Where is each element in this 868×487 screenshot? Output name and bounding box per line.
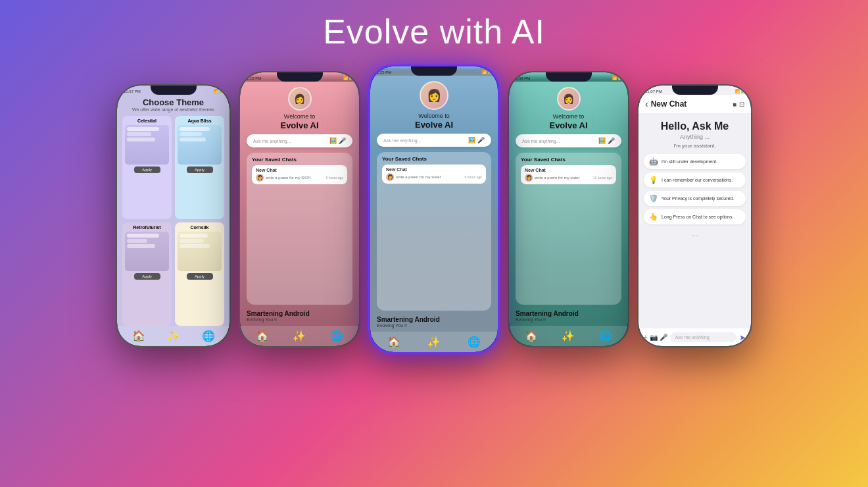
- saved-chats-title-4: Your Saved Chats: [521, 157, 616, 163]
- bubble-emoji-4: 👆: [649, 213, 658, 221]
- sparkle-icon-3[interactable]: ✨: [427, 336, 441, 348]
- phone-3-bottom-nav: 🏠 ✨ 🌐: [370, 332, 498, 352]
- globe-icon-3[interactable]: 🌐: [468, 336, 481, 348]
- chat-avatar-3: 👩: [386, 173, 394, 181]
- chat-item-title-2: New Chat: [256, 168, 343, 172]
- mic-input-icon[interactable]: 🎤: [660, 334, 667, 341]
- smartening-3: Smartening Android Evolving You !!: [370, 316, 498, 332]
- theme-grid: Celestial Apply Aqua Bliss App: [117, 116, 229, 326]
- phone-1-bottom-nav: 🏠 ✨ 🌐: [117, 326, 229, 346]
- saved-chats-2: Your Saved Chats New Chat 👩 write a poem…: [247, 153, 352, 305]
- back-button[interactable]: ‹: [645, 99, 648, 109]
- phone-3-notch: [411, 66, 457, 76]
- search-icons-4: 🖼️ 🎤: [598, 138, 615, 144]
- app-name-2: Evolve AI: [240, 120, 359, 130]
- chat-input-field[interactable]: Ask me anything: [670, 332, 736, 342]
- home-icon-4[interactable]: 🏠: [525, 330, 538, 342]
- mic-icon-2: 🎤: [339, 138, 346, 144]
- chat-item-3[interactable]: New Chat 👩 write a poem for my sister 9 …: [382, 165, 486, 184]
- bubble-emoji-1: 🤖: [649, 157, 658, 166]
- avatar-3: 👩: [420, 81, 448, 110]
- chat-item-4[interactable]: New Chat 👩 write a poem for my sister 11…: [521, 165, 616, 184]
- send-button[interactable]: ➤: [739, 333, 746, 342]
- phone-5-screen: 11:07 PM 📶🔋 ‹ New Chat ■ ⊡ Hello, Ask Me…: [639, 86, 751, 346]
- chat-item-title-4: New Chat: [525, 168, 612, 172]
- chat-item-row-3: 👩 write a poem for my sister 9 hours ago: [386, 173, 482, 181]
- phones-container: 11:07 PM 📶🔋 Choose Theme We offer wide r…: [0, 64, 868, 354]
- search-bar-2[interactable]: Ask me anything... 🖼️ 🎤: [247, 134, 352, 147]
- phone-4: 3:59 PM 📶🔋 👩 Welcome to Evolve AI Ask me…: [508, 71, 629, 347]
- bubble-text-3: Your Privacy is completely secured.: [662, 196, 734, 201]
- search-placeholder-2: Ask me anything...: [253, 139, 291, 143]
- grid-icon[interactable]: ⊡: [739, 101, 744, 108]
- search-placeholder-3: Ask me anything...: [383, 138, 422, 143]
- aqua-preview: [178, 125, 222, 165]
- theme-aqua[interactable]: Aqua Bliss Apply: [175, 116, 224, 219]
- chat-text-3: write a poem for my sister: [396, 175, 463, 179]
- saved-chats-title-2: Your Saved Chats: [252, 157, 347, 163]
- aqua-label: Aqua Bliss: [178, 118, 222, 123]
- chat-input-icons-left: + 📷 🎤: [644, 334, 667, 341]
- theme-celestial[interactable]: Celestial Apply: [122, 116, 172, 219]
- bookmark-icon[interactable]: ■: [733, 101, 736, 108]
- camera-icon[interactable]: 📷: [650, 334, 658, 341]
- add-icon[interactable]: +: [644, 334, 648, 341]
- app-name-4: Evolve AI: [509, 120, 628, 130]
- status-time-3: 1:25 PM: [377, 70, 391, 74]
- chat-main: Hello, Ask Me Anything ... I'm your assi…: [639, 114, 751, 328]
- home-icon-2[interactable]: 🏠: [256, 330, 269, 342]
- globe-icon-4[interactable]: 🌐: [599, 330, 612, 342]
- chat-header-icons: ■ ⊡: [733, 101, 744, 108]
- globe-icon-2[interactable]: 🌐: [330, 330, 343, 342]
- chat-item-row-2: 👩 write a poem for my S/O!! 5 hours ago: [256, 174, 343, 182]
- saved-chats-title-3: Your Saved Chats: [382, 156, 486, 162]
- search-bar-3[interactable]: Ask me anything... 🖼️ 🎤: [377, 134, 491, 147]
- chat-more: ...: [691, 229, 698, 238]
- chat-header-title: New Chat: [651, 99, 687, 109]
- phone-5: 11:07 PM 📶🔋 ‹ New Chat ■ ⊡ Hello, Ask Me…: [637, 84, 752, 347]
- status-time: 11:07 PM: [124, 90, 141, 93]
- sparkle-icon-1[interactable]: ✨: [167, 330, 180, 342]
- aqua-apply[interactable]: Apply: [187, 167, 213, 173]
- phone-5-notch: [672, 86, 718, 95]
- chat-item-2[interactable]: New Chat 👩 write a poem for my S/O!! 5 h…: [252, 165, 347, 184]
- phone-4-screen: 3:59 PM 📶🔋 👩 Welcome to Evolve AI Ask me…: [509, 72, 628, 346]
- chat-input-bar: + 📷 🎤 Ask me anything ➤: [639, 328, 751, 346]
- smartening-title-3: Smartening Android: [377, 316, 491, 323]
- welcome-2: Welcome to: [240, 113, 359, 120]
- app-name-3: Evolve AI: [370, 120, 498, 130]
- search-bar-4[interactable]: Ask me anything... 🖼️ 🎤: [516, 134, 621, 147]
- globe-icon-1[interactable]: 🌐: [202, 330, 215, 342]
- avatar-2: 👩: [288, 87, 312, 111]
- chat-item-title-3: New Chat: [386, 167, 482, 172]
- retro-apply[interactable]: Apply: [134, 273, 160, 280]
- phone-3-center: 1:25 PM 📶🔋 👩 Welcome to Evolve AI Ask me…: [368, 64, 500, 354]
- saved-chats-4: Your Saved Chats New Chat 👩 write a poem…: [516, 153, 621, 305]
- status-time-2: 1:18 PM: [247, 76, 261, 80]
- celestial-label: Celestial: [125, 118, 169, 123]
- chat-bubble-2: 💡 I can remember our conversations.: [644, 172, 746, 188]
- celestial-apply[interactable]: Apply: [134, 167, 160, 173]
- smartening-sub-4: Evolving You !!: [516, 317, 621, 322]
- smartening-title-4: Smartening Android: [516, 310, 621, 317]
- sparkle-icon-2[interactable]: ✨: [293, 330, 306, 342]
- phone-3-screen: 1:25 PM 📶🔋 👩 Welcome to Evolve AI Ask me…: [370, 66, 498, 352]
- theme-subtitle: We offer wide range of aesthetic themes: [117, 107, 229, 112]
- chat-item-row-4: 👩 write a poem for my sister 11 hours ag…: [525, 174, 612, 182]
- phone-2-screen: 1:18 PM 📶🔋 👩 Welcome to Evolve AI Ask me…: [240, 72, 359, 346]
- smartening-sub-3: Evolving You !!: [377, 323, 491, 328]
- celestial-preview: [125, 125, 169, 165]
- smartening-2: Smartening Android Evolving You !!: [240, 310, 359, 326]
- bubble-text-1: I'm still under development.: [662, 159, 717, 164]
- home-icon-3[interactable]: 🏠: [387, 336, 400, 348]
- theme-retro[interactable]: Retrofuturist Apply: [122, 222, 172, 326]
- theme-title: Choose Theme: [117, 97, 229, 107]
- home-icon-1[interactable]: 🏠: [132, 330, 145, 342]
- chat-header: ‹ New Chat ■ ⊡: [639, 95, 751, 114]
- sparkle-icon-4[interactable]: ✨: [562, 330, 575, 342]
- chat-avatar-4: 👩: [525, 174, 533, 182]
- theme-cornsilk[interactable]: Cornsilk Apply: [175, 222, 224, 326]
- chat-avatar-2: 👩: [256, 174, 264, 182]
- cornsilk-apply[interactable]: Apply: [187, 273, 213, 280]
- retro-label: Retrofuturist: [125, 225, 169, 230]
